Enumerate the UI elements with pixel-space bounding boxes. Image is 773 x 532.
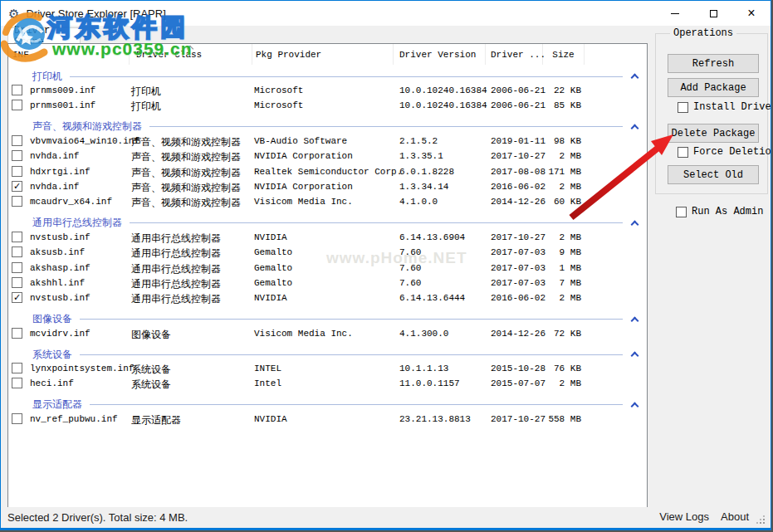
driver-row[interactable]: akshhl.inf通用串行总线控制器Gemalto7.602017-07-03…: [8, 276, 647, 290]
row-checkbox[interactable]: [12, 85, 22, 95]
cell-driver-class: 系统设备: [131, 363, 171, 377]
app-window: ⚙ Driver Store Explorer [RAPR] × Driver …: [0, 0, 771, 530]
cell-pkg-provider: Intel: [254, 378, 281, 388]
cell-driver-version: 11.0.0.1157: [399, 378, 460, 388]
row-checkbox[interactable]: [12, 328, 22, 339]
driver-row[interactable]: nvhda.inf声音、视频和游戏控制器NVIDIA Corporation1.…: [8, 149, 647, 164]
row-checkbox[interactable]: [12, 246, 22, 257]
driver-row[interactable]: heci.inf系统设备Intel11.0.0.11572015-07-072 …: [8, 376, 647, 391]
cell-size: 2 MB: [543, 182, 581, 192]
cell-pkg-provider: VB-Audio Software: [254, 136, 347, 146]
column-header-inf[interactable]: INF: [8, 44, 130, 65]
install-driver-label: Install Driver: [693, 101, 771, 113]
cell-pkg-provider: Realtek Semiconductor Corp.: [254, 167, 402, 177]
cell-inf: nvhda.inf: [30, 182, 79, 192]
maximize-button[interactable]: [694, 1, 732, 26]
refresh-button[interactable]: Refresh: [668, 54, 759, 73]
group-header: 显示适配器: [8, 398, 647, 412]
window-controls: ×: [656, 1, 771, 26]
row-checkbox[interactable]: [12, 277, 22, 288]
row-checkbox[interactable]: [12, 232, 22, 242]
resize-grip[interactable]: [763, 522, 765, 524]
install-driver-checkbox-row[interactable]: Install Driver: [678, 101, 771, 113]
driver-row[interactable]: nvstusb.inf通用串行总线控制器NVIDIA6.14.13.690420…: [8, 230, 647, 245]
run-as-admin-checkbox-row[interactable]: Run As Admin: [676, 206, 763, 217]
driver-row[interactable]: ✓nvstusb.inf通用串行总线控制器NVIDIA6.14.13.64442…: [8, 290, 647, 305]
driver-row[interactable]: lynxpointsystem.inf系统设备INTEL10.1.1.13201…: [8, 361, 647, 376]
row-checkbox[interactable]: [12, 166, 22, 177]
force-deletion-checkbox[interactable]: [678, 147, 688, 158]
add-package-button[interactable]: Add Package: [668, 78, 759, 97]
row-checkbox[interactable]: [12, 150, 22, 161]
row-checkbox[interactable]: [12, 135, 22, 146]
tab-driver-store[interactable]: Driver Store: [7, 27, 81, 44]
row-checkbox[interactable]: ✓: [12, 181, 22, 192]
group-header: 图像设备: [8, 313, 647, 326]
cell-driver-version: 10.0.10240.16384: [399, 85, 487, 95]
force-deletion-checkbox-row[interactable]: Force Deletion: [678, 146, 771, 158]
collapse-chevron-icon[interactable]: [631, 124, 639, 132]
select-old-button[interactable]: Select Old: [668, 165, 759, 184]
column-header-driver-class[interactable]: Driver Class: [130, 44, 252, 65]
minimize-button[interactable]: [656, 1, 694, 26]
driver-row[interactable]: nv_ref_pubwu.inf显示适配器NVIDIA23.21.13.8813…: [8, 412, 647, 427]
driver-row[interactable]: prnms009.inf打印机Microsoft10.0.10240.16384…: [8, 83, 647, 98]
cell-driver-date: 2015-07-07: [491, 378, 546, 388]
close-icon: ×: [747, 7, 755, 20]
cell-driver-class: 通用串行总线控制器: [131, 232, 221, 246]
column-header-driver-date[interactable]: Driver ...: [486, 44, 543, 65]
cell-driver-date: 2016-06-02: [491, 182, 546, 192]
run-as-admin-checkbox[interactable]: [676, 207, 687, 217]
group-title: 图像设备: [32, 312, 72, 326]
driver-row[interactable]: mcaudrv_x64.inf声音、视频和游戏控制器Visicom Media …: [8, 194, 647, 209]
about-link[interactable]: About: [721, 510, 749, 523]
collapse-chevron-icon[interactable]: [631, 316, 639, 325]
collapse-chevron-icon[interactable]: [631, 220, 639, 228]
row-checkbox[interactable]: [12, 100, 22, 110]
collapse-chevron-icon[interactable]: [631, 402, 639, 410]
cell-driver-class: 声音、视频和游戏控制器: [131, 181, 241, 195]
group-header: 系统设备: [8, 348, 647, 361]
cell-driver-date: 2017-10-27: [491, 414, 546, 424]
delete-package-button[interactable]: Delete Package: [668, 124, 759, 143]
cell-driver-date: 2017-10-27: [491, 151, 546, 161]
driver-row[interactable]: vbvmvaio64_win10.inf声音、视频和游戏控制器VB-Audio …: [8, 134, 647, 149]
driver-row[interactable]: prnms001.inf打印机Microsoft10.0.10240.16384…: [8, 98, 647, 113]
row-checkbox[interactable]: [12, 413, 22, 424]
cell-driver-version: 1.3.34.14: [399, 182, 448, 192]
column-header-driver-version[interactable]: Driver Version: [394, 44, 486, 65]
cell-pkg-provider: Gemalto: [254, 263, 292, 273]
cell-driver-class: 显示适配器: [131, 413, 181, 427]
driver-row[interactable]: aksusb.inf通用串行总线控制器Gemalto7.602017-07-03…: [8, 245, 647, 260]
view-logs-link[interactable]: View Logs: [659, 510, 709, 523]
group-divider: [130, 222, 623, 223]
column-header-size[interactable]: Size: [543, 44, 585, 65]
column-header-pkg-provider[interactable]: Pkg Provider: [252, 44, 394, 65]
column-label: Driver Version: [399, 50, 476, 60]
collapse-chevron-icon[interactable]: [631, 352, 639, 360]
window-title: Driver Store Explorer [RAPR]: [26, 7, 165, 20]
cell-driver-version: 10.0.10240.16384: [399, 100, 487, 110]
cell-driver-class: 通用串行总线控制器: [131, 292, 221, 306]
row-checkbox[interactable]: [12, 378, 22, 388]
cell-size: 60 KB: [543, 197, 581, 207]
cell-size: 22 KB: [543, 85, 581, 95]
cell-driver-date: 2006-06-21: [491, 100, 546, 110]
driver-row[interactable]: mcvidrv.inf图像设备Visicom Media Inc.4.1.300…: [8, 326, 647, 341]
cell-pkg-provider: Microsoft: [254, 85, 303, 95]
row-checkbox[interactable]: [12, 363, 22, 373]
cell-size: 2 MB: [543, 293, 581, 303]
row-checkbox[interactable]: [12, 262, 22, 273]
group-divider: [80, 354, 623, 355]
status-summary: Selected 2 Driver(s). Total size: 4 MB.: [7, 511, 188, 524]
close-button[interactable]: ×: [732, 1, 771, 26]
install-driver-checkbox[interactable]: [678, 102, 688, 113]
cell-inf: hdxrtgi.inf: [30, 167, 91, 177]
driver-row[interactable]: ✓nvhda.inf声音、视频和游戏控制器NVIDIA Corporation1…: [8, 179, 647, 194]
row-checkbox[interactable]: [12, 196, 22, 207]
group-divider: [90, 404, 623, 405]
driver-row[interactable]: akshasp.inf通用串行总线控制器Gemalto7.602017-07-0…: [8, 261, 647, 276]
row-checkbox[interactable]: ✓: [12, 292, 22, 303]
collapse-chevron-icon[interactable]: [631, 74, 639, 82]
driver-row[interactable]: hdxrtgi.inf声音、视频和游戏控制器Realtek Semiconduc…: [8, 164, 647, 179]
